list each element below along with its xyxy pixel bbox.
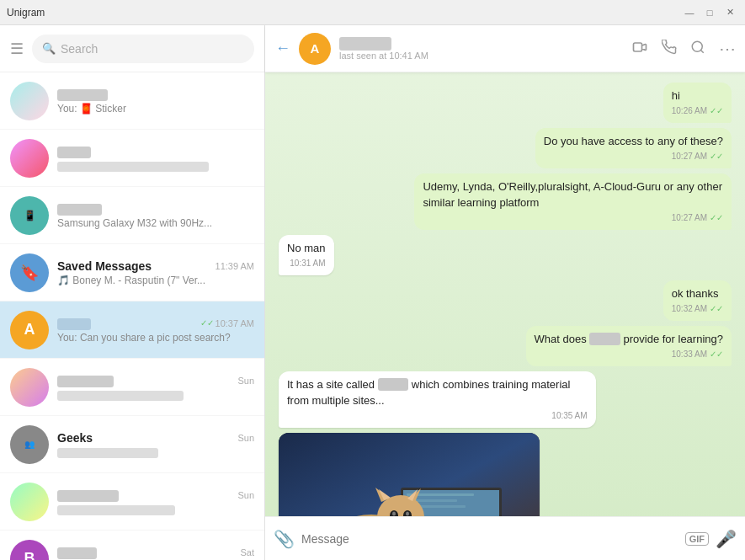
read-receipt-icon: ✓✓ <box>710 151 723 163</box>
chat-content: Sun <box>57 488 254 515</box>
chat-time: 11:39 AM <box>216 261 254 271</box>
avatar <box>10 139 49 178</box>
chat-preview: Samsung Galaxy M32 with 90Hz... <box>57 217 254 229</box>
message-time: 10:27 AM <box>672 151 707 163</box>
avatar: 📱 <box>10 196 49 235</box>
message-row: Udemy, Lynda, O'Reilly,pluralsight, A-Cl… <box>279 173 732 229</box>
chat-name: Geeks <box>57 431 93 445</box>
chat-preview: 🎵 Boney M. - Rasputin (7" Ver... <box>57 275 254 286</box>
chat-header-status: last seen at 10:41 AM <box>339 51 623 61</box>
more-options-icon[interactable]: ⋯ <box>719 39 735 59</box>
chat-content: Geeks Sun <box>57 431 254 458</box>
message-text: Udemy, Lynda, O'Reilly,pluralsight, A-Cl… <box>423 179 723 210</box>
search-box[interactable]: 🔍 Search <box>32 35 254 63</box>
avatar: 🔖 <box>10 253 49 292</box>
message-bubble: ok thanks 10:32 AM ✓✓ <box>663 280 732 321</box>
chat-item[interactable]: Sun <box>0 359 264 416</box>
close-button[interactable]: ✕ <box>721 4 738 21</box>
chat-item-active[interactable]: A ✓✓ 10:37 AM You: Can you share a pic p… <box>0 301 264 359</box>
attach-icon[interactable]: 📎 <box>274 529 295 549</box>
chat-time: Sun <box>237 433 254 443</box>
message-time: 10:27 AM <box>672 212 707 224</box>
message-text: What does provide for learning? <box>535 332 723 347</box>
chat-content: You: 🧧 Sticker <box>57 88 254 115</box>
phone-icon[interactable] <box>662 40 677 58</box>
chat-content: Samsung Galaxy M32 with 90Hz... <box>57 202 254 229</box>
message-meta: 10:32 AM ✓✓ <box>672 303 723 315</box>
sidebar-header: ☰ 🔍 Search <box>0 25 264 72</box>
message-time: 10:35 AM <box>551 410 587 422</box>
chat-name <box>57 88 108 101</box>
chat-content: ✓✓ 10:37 AM You: Can you share a pic pos… <box>57 317 254 344</box>
video-call-icon[interactable] <box>631 39 648 59</box>
avatar <box>10 483 49 521</box>
chat-item[interactable]: 📱 Samsung Galaxy M32 with 90Hz... <box>0 187 264 244</box>
chat-top: Geeks Sun <box>57 431 254 445</box>
chat-content: Sat GIF <box>57 546 254 561</box>
message-row: No man 10:31 AM <box>279 235 732 275</box>
chat-item[interactable]: Sun <box>0 473 264 531</box>
chat-name <box>57 202 102 216</box>
read-receipt-icon: ✓✓ <box>710 349 723 360</box>
chat-content <box>57 145 254 172</box>
chat-header: ← A last seen at 10:41 AM ⋯ <box>265 25 745 72</box>
chat-item-geeks[interactable]: 👥 Geeks Sun <box>0 416 264 473</box>
chat-content: Sun <box>57 374 254 401</box>
chat-header-info: last seen at 10:41 AM <box>339 37 623 61</box>
header-actions: ⋯ <box>631 39 735 59</box>
back-button[interactable]: ← <box>275 40 290 57</box>
avatar <box>10 82 49 120</box>
chat-name <box>57 145 91 158</box>
mic-icon[interactable]: 🎤 <box>716 529 737 549</box>
chat-preview-blur <box>57 162 209 172</box>
message-meta: 10:27 AM ✓✓ <box>423 212 723 224</box>
messages-area: hi 10:26 AM ✓✓ Do you have access to any… <box>265 72 745 516</box>
chat-preview-blur <box>57 391 184 401</box>
message-row: What does provide for learning? 10:33 AM… <box>279 326 732 366</box>
message-meta: 10:31 AM <box>287 258 326 269</box>
message-input[interactable] <box>301 524 678 554</box>
svg-line-1 <box>700 50 703 52</box>
search-icon[interactable] <box>690 40 705 58</box>
chat-top: Sat <box>57 546 254 559</box>
message-bubble: What does provide for learning? 10:33 AM… <box>526 326 732 366</box>
message-row: hi 10:26 AM ✓✓ <box>279 83 732 123</box>
chat-list: You: 🧧 Sticker 📱 <box>0 72 264 560</box>
chat-name <box>57 488 119 502</box>
header-avatar: A <box>299 33 331 65</box>
avatar: 👥 <box>10 425 49 464</box>
maximize-button[interactable]: □ <box>701 4 718 21</box>
read-receipt-icon: ✓✓ <box>710 212 723 224</box>
menu-icon[interactable]: ☰ <box>10 40 24 58</box>
chat-item[interactable]: You: 🧧 Sticker <box>0 72 264 130</box>
chat-top <box>57 202 254 216</box>
chat-header-name <box>339 37 623 51</box>
chat-item-saved-messages[interactable]: 🔖 Saved Messages 11:39 AM 🎵 Boney M. - R… <box>0 244 264 301</box>
chat-top <box>57 145 254 158</box>
chat-top: Saved Messages 11:39 AM <box>57 259 254 273</box>
message-bubble: hi 10:26 AM ✓✓ <box>663 83 732 123</box>
chat-time: Sun <box>237 490 254 500</box>
chat-time: ✓✓ 10:37 AM <box>200 318 254 328</box>
minimize-button[interactable]: — <box>681 4 698 21</box>
message-meta: 10:26 AM ✓✓ <box>672 105 723 117</box>
message-bubble: Do you have access to any of these? 10:2… <box>535 128 732 168</box>
chat-preview-blur <box>57 448 158 458</box>
chat-item[interactable] <box>0 130 264 187</box>
chat-name <box>57 546 97 559</box>
chat-top: Sun <box>57 374 254 387</box>
message-text: ok thanks <box>672 286 723 301</box>
chat-item[interactable]: B Sat GIF <box>0 531 264 560</box>
svg-point-0 <box>692 41 702 51</box>
svg-point-18 <box>392 511 396 515</box>
message-row: GIF <box>279 433 732 516</box>
chat-preview: You: 🧧 Sticker <box>57 103 254 115</box>
message-meta: 10:35 AM <box>287 410 588 422</box>
app-title: Unigram <box>7 7 45 19</box>
chat-name: Saved Messages <box>57 259 152 273</box>
window-controls: — □ ✕ <box>681 4 738 21</box>
avatar: A <box>10 311 49 349</box>
message-time: 10:32 AM <box>672 303 707 315</box>
message-bubble: Udemy, Lynda, O'Reilly,pluralsight, A-Cl… <box>414 173 732 229</box>
gif-button[interactable]: GIF <box>685 532 709 546</box>
